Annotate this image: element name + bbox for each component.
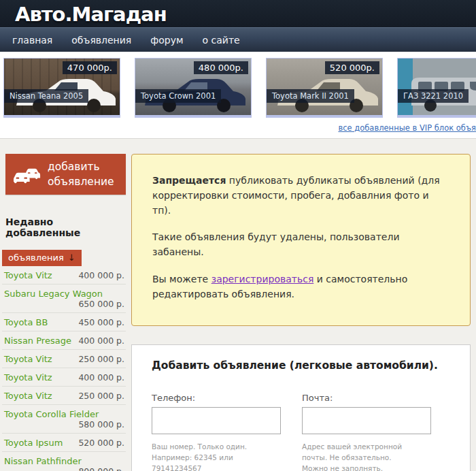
nav-item-forum[interactable]: форум	[150, 35, 183, 46]
vip-car-card[interactable]: 470 000р. Nissan Teana 2005	[3, 58, 120, 118]
listing-name-link[interactable]: Toyota BB	[4, 317, 48, 327]
listing-price: 800 000 р.	[78, 466, 124, 471]
listing-row: Nissan Presage400 000 р.	[2, 331, 126, 350]
email-label: Почта:	[302, 393, 431, 403]
main-nav: главная объявления форум о сайте	[0, 27, 476, 52]
car-name-badge: ГАЗ 3221 2010	[398, 89, 469, 103]
vip-link-row: все добавленные в VIP блок объя	[3, 118, 476, 137]
listing-row: Nissan Pathfinder800 000 р.	[2, 452, 126, 471]
email-field-group: Почта: Адрес вашей электронной почты. Не…	[302, 393, 431, 471]
vip-all-link[interactable]: все добавленные в VIP блок объя	[338, 123, 476, 133]
nav-item-listings[interactable]: объявления	[71, 35, 131, 46]
phone-field-group: Телефон: Ваш номер. Только один. Наприме…	[152, 393, 281, 471]
recent-listings: Toyota Vitz400 000 р. Subaru Legacy Wago…	[2, 266, 126, 471]
form-title: Добавить объявление (легковые автомобили…	[152, 359, 451, 372]
listing-row: Toyota Ipsum520 000 р.	[2, 434, 126, 452]
page: Авто.Магадан главная объявления форум о …	[0, 0, 476, 471]
add-listing-form: Добавить объявление (легковые автомобили…	[131, 344, 471, 471]
phone-label: Телефон:	[152, 393, 281, 403]
listing-price: 650 000 р.	[78, 299, 124, 309]
listings-sort-tag[interactable]: объявления ↓	[2, 250, 82, 266]
listing-name-link[interactable]: Toyota Corolla Fielder	[4, 409, 99, 419]
sort-arrow-down-icon: ↓	[68, 253, 75, 263]
car-name-badge: Toyota Mark II 2001	[267, 89, 354, 103]
car-price-badge: 480 000р.	[194, 61, 248, 74]
listing-row: Toyota Vitz400 000 р.	[2, 266, 126, 285]
vip-car-card[interactable]: 480 000р. Toyota Crown 2001	[135, 58, 252, 118]
sidebar: добавить объявление Недавно добавленные …	[5, 154, 126, 471]
listing-name-link[interactable]: Toyota Vitz	[4, 354, 52, 364]
register-link[interactable]: зарегистрироваться	[211, 274, 314, 285]
notice-paragraph-2: Такие объявления будут удалены, пользова…	[152, 229, 449, 259]
contact-fields-row: Телефон: Ваш номер. Только один. Наприме…	[152, 393, 451, 471]
content-area: добавить объявление Недавно добавленные …	[0, 139, 476, 471]
vip-block: 470 000р. Nissan Teana 2005 480 000р. To…	[0, 52, 476, 139]
car-price-badge: 520 000р.	[325, 61, 379, 74]
car-name-badge: Nissan Teana 2005	[4, 89, 88, 103]
main-column: Запрещается публиковать дубликаты объявл…	[131, 154, 471, 471]
email-input[interactable]	[302, 407, 431, 434]
cars-icon	[14, 165, 41, 184]
listing-name-link[interactable]: Toyota Vitz	[4, 270, 52, 280]
add-listing-button[interactable]: добавить объявление	[5, 154, 126, 195]
site-header: Авто.Магадан	[0, 0, 476, 27]
listing-row: Toyota Vitz250 000 р.	[2, 350, 126, 368]
listing-price: 450 000 р.	[78, 317, 124, 327]
listing-price: 250 000 р.	[78, 391, 124, 401]
listing-name-link[interactable]: Subaru Legacy Wagon	[4, 289, 103, 299]
listing-price: 520 000 р.	[78, 438, 124, 448]
email-help-text: Адрес вашей электронной почты. Не обязат…	[302, 441, 431, 471]
listing-row: Subaru Legacy Wagon650 000 р.	[2, 285, 126, 313]
vip-car-card[interactable]: ГАЗ 3221 2010	[397, 58, 476, 118]
vip-thumbs: 470 000р. Nissan Teana 2005 480 000р. To…	[3, 58, 476, 118]
notice-box: Запрещается публиковать дубликаты объявл…	[131, 154, 471, 326]
car-photo	[398, 59, 476, 115]
recent-heading: Недавно добавленные	[5, 216, 126, 238]
listing-price: 400 000 р.	[78, 372, 124, 383]
sort-tag-label: объявления	[8, 253, 64, 263]
car-name-badge: Toyota Crown 2001	[135, 89, 221, 103]
site-title: Авто.Магадан	[15, 3, 167, 26]
nav-item-home[interactable]: главная	[12, 35, 52, 46]
listing-row: Toyota BB450 000 р.	[2, 313, 126, 331]
listing-price: 580 000 р.	[78, 419, 124, 429]
listing-row: Toyota Corolla Fielder580 000 р.	[2, 405, 126, 434]
listing-name-link[interactable]: Toyota Vitz	[4, 391, 52, 401]
vip-car-card[interactable]: 520 000р. Toyota Mark II 2001	[266, 58, 383, 118]
phone-input[interactable]	[152, 407, 281, 434]
listing-name-link[interactable]: Toyota Vitz	[4, 372, 52, 383]
phone-help-text: Ваш номер. Только один. Например: 62345 …	[152, 441, 281, 471]
notice-paragraph-3: Вы можете зарегистрироваться и самостоят…	[152, 272, 449, 302]
listing-price: 400 000 р.	[78, 336, 124, 346]
notice-paragraph-1: Запрещается публиковать дубликаты объявл…	[152, 173, 449, 218]
car-price-badge: 470 000р.	[63, 61, 117, 74]
listing-row: Toyota Vitz250 000 р.	[2, 387, 126, 405]
listing-name-link[interactable]: Nissan Presage	[4, 336, 71, 346]
listing-name-link[interactable]: Nissan Pathfinder	[4, 456, 82, 466]
listing-price: 250 000 р.	[78, 354, 124, 364]
add-button-label: добавить объявление	[48, 159, 114, 189]
listing-name-link[interactable]: Toyota Ipsum	[4, 438, 63, 448]
listing-price: 400 000 р.	[78, 270, 124, 280]
listing-row: Toyota Vitz400 000 р.	[2, 368, 126, 387]
nav-item-about[interactable]: о сайте	[203, 35, 240, 46]
